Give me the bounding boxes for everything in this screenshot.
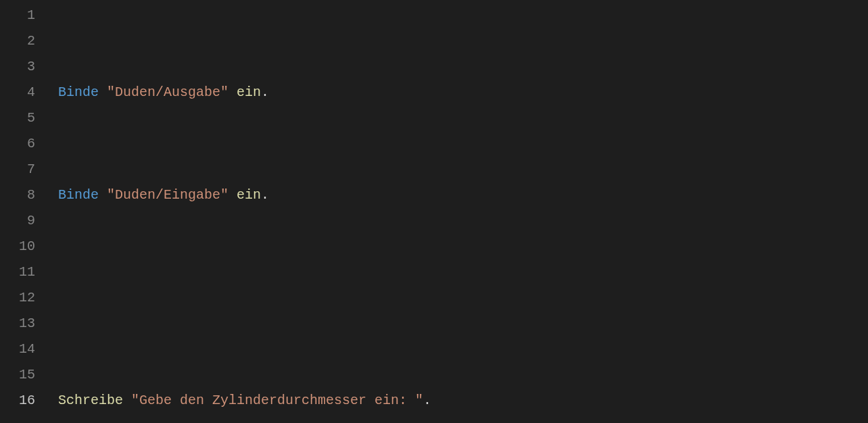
line-number: 13 bbox=[0, 311, 35, 337]
function: Schreibe bbox=[58, 393, 123, 408]
line-number: 14 bbox=[0, 337, 35, 362]
punctuation: . bbox=[423, 393, 431, 408]
keyword: Binde bbox=[58, 84, 99, 100]
line-number-gutter: 1 2 3 4 5 6 7 8 9 10 11 12 13 14 15 16 bbox=[0, 3, 41, 423]
code-area[interactable]: Binde "Duden/Ausgabe" ein. Binde "Duden/… bbox=[41, 3, 868, 423]
punctuation: . bbox=[261, 84, 269, 100]
string-literal: "Gebe den Zylinderdurchmesser ein: " bbox=[131, 393, 423, 408]
code-line[interactable] bbox=[58, 285, 868, 311]
line-number: 12 bbox=[0, 285, 35, 311]
line-number: 7 bbox=[0, 157, 35, 182]
keyword: Binde bbox=[58, 187, 99, 203]
code-line[interactable]: Binde "Duden/Ausgabe" ein. bbox=[58, 80, 868, 105]
line-number: 15 bbox=[0, 362, 35, 388]
line-number: 11 bbox=[0, 259, 35, 285]
code-line[interactable]: Schreibe "Gebe den Zylinderdurchmesser e… bbox=[58, 388, 868, 414]
line-number: 6 bbox=[0, 131, 35, 157]
line-number: 1 bbox=[0, 3, 35, 28]
line-number: 5 bbox=[0, 105, 35, 131]
function: ein bbox=[237, 84, 261, 100]
line-number: 3 bbox=[0, 54, 35, 80]
code-editor[interactable]: 1 2 3 4 5 6 7 8 9 10 11 12 13 14 15 16 B… bbox=[0, 3, 868, 423]
line-number: 2 bbox=[0, 28, 35, 54]
line-number: 10 bbox=[0, 234, 35, 259]
string-literal: "Duden/Ausgabe" bbox=[107, 84, 228, 100]
line-number: 9 bbox=[0, 208, 35, 234]
code-line[interactable]: Binde "Duden/Eingabe" ein. bbox=[58, 182, 868, 208]
line-number: 4 bbox=[0, 80, 35, 105]
line-number: 16 bbox=[0, 388, 35, 414]
function: ein bbox=[237, 187, 261, 203]
line-number: 8 bbox=[0, 182, 35, 208]
string-literal: "Duden/Eingabe" bbox=[107, 187, 228, 203]
punctuation: . bbox=[261, 187, 269, 203]
